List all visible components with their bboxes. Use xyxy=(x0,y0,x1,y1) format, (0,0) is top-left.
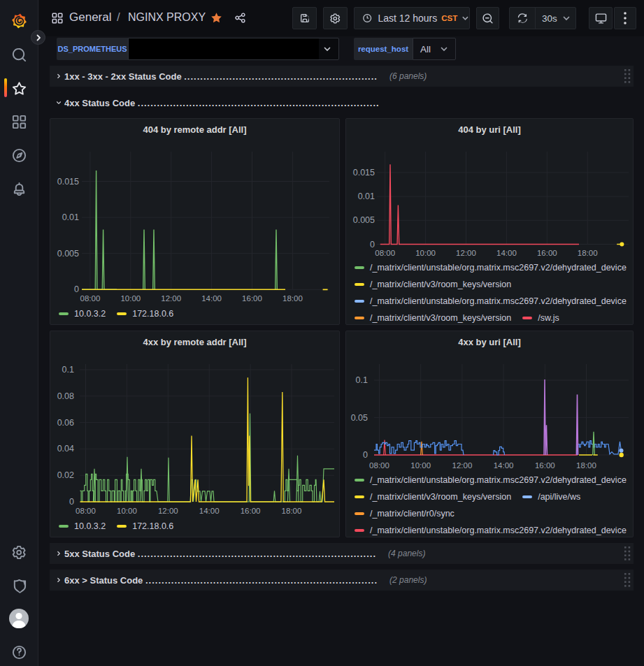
svg-text:10:00: 10:00 xyxy=(410,461,431,470)
svg-text:0: 0 xyxy=(74,284,79,294)
svg-text:08:00: 08:00 xyxy=(80,294,101,303)
svg-text:18:00: 18:00 xyxy=(282,507,302,515)
svg-text:0.05: 0.05 xyxy=(351,413,368,423)
svg-text:0.005: 0.005 xyxy=(57,249,79,259)
svg-text:16:00: 16:00 xyxy=(537,249,557,257)
svg-text:0.015: 0.015 xyxy=(353,168,375,178)
svg-text:16:00: 16:00 xyxy=(535,461,555,470)
svg-text:14:00: 14:00 xyxy=(496,249,517,257)
svg-text:0: 0 xyxy=(363,450,368,460)
svg-text:10:00: 10:00 xyxy=(415,249,436,257)
svg-text:12:00: 12:00 xyxy=(158,507,178,515)
svg-text:10:00: 10:00 xyxy=(120,294,141,303)
svg-text:10:00: 10:00 xyxy=(117,507,137,515)
svg-text:16:00: 16:00 xyxy=(241,507,261,515)
svg-text:18:00: 18:00 xyxy=(282,294,303,303)
svg-text:0.08: 0.08 xyxy=(57,391,74,401)
svg-text:12:00: 12:00 xyxy=(161,294,181,303)
svg-text:16:00: 16:00 xyxy=(242,294,262,303)
svg-text:14:00: 14:00 xyxy=(199,507,220,515)
svg-text:12:00: 12:00 xyxy=(456,249,476,257)
svg-text:0.04: 0.04 xyxy=(57,444,74,454)
svg-text:08:00: 08:00 xyxy=(76,507,96,515)
svg-text:08:00: 08:00 xyxy=(369,461,389,470)
svg-text:0.005: 0.005 xyxy=(353,215,375,225)
svg-text:0.1: 0.1 xyxy=(62,365,74,375)
svg-text:14:00: 14:00 xyxy=(201,294,222,303)
svg-text:0: 0 xyxy=(69,497,74,507)
svg-text:0: 0 xyxy=(370,240,375,249)
svg-text:12:00: 12:00 xyxy=(452,461,473,470)
svg-text:0.01: 0.01 xyxy=(62,212,79,222)
svg-text:0.02: 0.02 xyxy=(57,470,74,480)
svg-text:0.015: 0.015 xyxy=(57,177,79,187)
svg-text:0.1: 0.1 xyxy=(356,375,368,385)
svg-text:0.06: 0.06 xyxy=(57,418,74,428)
svg-text:18:00: 18:00 xyxy=(578,249,598,257)
svg-text:08:00: 08:00 xyxy=(375,249,395,257)
svg-text:18:00: 18:00 xyxy=(576,461,596,470)
svg-text:0.01: 0.01 xyxy=(358,191,375,201)
svg-text:14:00: 14:00 xyxy=(494,461,514,470)
